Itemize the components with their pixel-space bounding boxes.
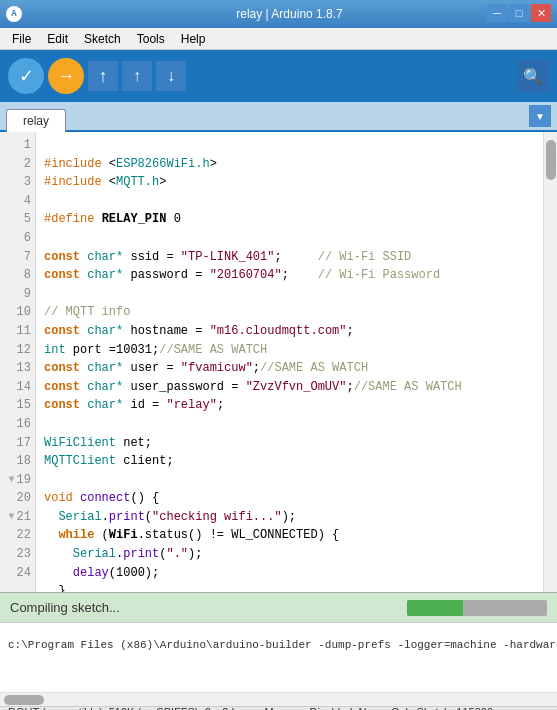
line-num-20: 20 <box>6 489 31 508</box>
line-num-3: 3 <box>6 173 31 192</box>
upload-button[interactable]: → <box>48 58 84 94</box>
line-numbers: 1 2 3 4 5 6 7 8 9 10 11 12 13 14 15 16 1… <box>0 132 36 592</box>
line-num-23: 23 <box>6 545 31 564</box>
window-controls: ─ □ ✕ <box>487 4 551 22</box>
line-num-4: 4 <box>6 192 31 211</box>
app-icon: A <box>6 6 22 22</box>
line-num-15: 15 <box>6 396 31 415</box>
line-num-6: 6 <box>6 229 31 248</box>
progress-bar-container <box>407 600 547 616</box>
line-num-18: 18 <box>6 452 31 471</box>
hscroll-thumb[interactable] <box>4 695 44 705</box>
tab-relay[interactable]: relay <box>6 109 66 132</box>
scrollbar-thumb[interactable] <box>546 140 556 180</box>
line-num-12: 12 <box>6 341 31 360</box>
app-icon-letter: A <box>11 9 16 19</box>
code-editor[interactable]: #include <ESP8266WiFi.h> #include <MQTT.… <box>36 132 543 592</box>
new-button[interactable]: ↑ <box>88 61 118 91</box>
line-num-19: 19 <box>17 471 31 490</box>
title-bar: A relay | Arduino 1.8.7 ─ □ ✕ <box>0 0 557 28</box>
menu-bar: File Edit Sketch Tools Help <box>0 28 557 50</box>
line-num-5: 5 <box>6 210 31 229</box>
menu-help[interactable]: Help <box>173 30 214 48</box>
status-text: DOUT (compatible), 512K (no SPIFFS), 2, … <box>8 706 549 711</box>
editor-container: 1 2 3 4 5 6 7 8 9 10 11 12 13 14 15 16 1… <box>0 132 557 592</box>
maximize-button[interactable]: □ <box>509 4 529 22</box>
search-button[interactable]: 🔍 <box>517 60 549 92</box>
fold-21[interactable]: ▼ <box>9 509 15 525</box>
line-num-7: 7 <box>6 248 31 267</box>
status-bar: DOUT (compatible), 512K (no SPIFFS), 2, … <box>0 706 557 710</box>
console-line-1: c:\Program Files (x86)\Arduino\arduino-b… <box>8 639 557 651</box>
tab-dropdown-arrow[interactable]: ▼ <box>529 105 551 127</box>
fold-19[interactable]: ▼ <box>9 472 15 488</box>
verify-button[interactable]: ✓ <box>8 58 44 94</box>
line-num-1: 1 <box>6 136 31 155</box>
menu-file[interactable]: File <box>4 30 39 48</box>
line-num-24: 24 <box>6 564 31 583</box>
tab-label: relay <box>23 114 49 128</box>
line-num-9: 9 <box>6 285 31 304</box>
window-title: relay | Arduino 1.8.7 <box>28 7 551 21</box>
line-num-14: 14 <box>6 378 31 397</box>
close-button[interactable]: ✕ <box>531 4 551 22</box>
progress-bar-fill <box>407 600 463 616</box>
line-num-17: 17 <box>6 434 31 453</box>
compile-status-text: Compiling sketch... <box>10 600 397 615</box>
open-button[interactable]: ↑ <box>122 61 152 91</box>
compile-bar: Compiling sketch... <box>0 592 557 622</box>
vertical-scrollbar[interactable] <box>543 132 557 592</box>
minimize-button[interactable]: ─ <box>487 4 507 22</box>
console-output: c:\Program Files (x86)\Arduino\arduino-b… <box>0 622 557 692</box>
line-num-11: 11 <box>6 322 31 341</box>
line-num-13: 13 <box>6 359 31 378</box>
menu-edit[interactable]: Edit <box>39 30 76 48</box>
console-hscrollbar[interactable] <box>0 692 557 706</box>
line-num-21: 21 <box>17 508 31 527</box>
line-num-2: 2 <box>6 155 31 174</box>
menu-sketch[interactable]: Sketch <box>76 30 129 48</box>
line-num-8: 8 <box>6 266 31 285</box>
line-num-22: 22 <box>6 526 31 545</box>
menu-tools[interactable]: Tools <box>129 30 173 48</box>
line-num-16: 16 <box>6 415 31 434</box>
line-num-10: 10 <box>6 303 31 322</box>
tab-bar: relay ▼ <box>0 102 557 132</box>
toolbar: ✓ → ↑ ↑ ↓ 🔍 <box>0 50 557 102</box>
save-button[interactable]: ↓ <box>156 61 186 91</box>
